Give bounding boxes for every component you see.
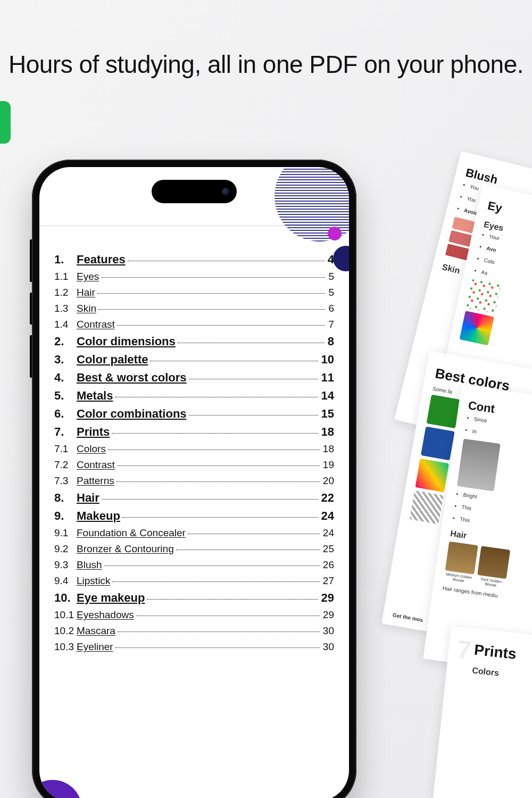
toc-title: Hair bbox=[77, 491, 99, 505]
toc-leader bbox=[97, 293, 326, 294]
phone-screen: 1.Features41.1Eyes51.2Hair51.3Skin61.4Co… bbox=[39, 167, 349, 798]
toc-row[interactable]: 10.3Eyeliner30 bbox=[54, 641, 334, 653]
toc-leader bbox=[178, 343, 325, 343]
toc-page: 4 bbox=[327, 253, 334, 267]
toc-row[interactable]: 6.Color combinations15 bbox=[54, 407, 334, 421]
toc-number: 4. bbox=[54, 371, 77, 385]
toc-leader bbox=[115, 647, 320, 648]
toc-title: Eyeshadows bbox=[77, 609, 134, 621]
toc-number: 9.1 bbox=[54, 527, 77, 539]
toc-page: 22 bbox=[320, 491, 334, 505]
toc-number: 6. bbox=[54, 407, 77, 421]
toc-row[interactable]: 1.2Hair5 bbox=[54, 287, 334, 298]
toc-title: Patterns bbox=[77, 475, 114, 487]
decorative-green-tab bbox=[0, 101, 11, 144]
toc-row[interactable]: 7.Prints18 bbox=[54, 425, 334, 439]
toc-number: 1. bbox=[54, 253, 77, 267]
toc-row[interactable]: 10.2Mascara30 bbox=[54, 625, 334, 637]
toc-title: Features bbox=[77, 253, 126, 267]
toc-row[interactable]: 7.3Patterns20 bbox=[54, 475, 334, 487]
toc-number: 1.1 bbox=[54, 271, 77, 282]
toc-page: 14 bbox=[320, 389, 334, 403]
toc-title: Mascara bbox=[77, 625, 115, 637]
toc-row[interactable]: 5.Metals14 bbox=[54, 389, 334, 403]
toc-row[interactable]: 3.Color palette10 bbox=[54, 353, 334, 367]
toc-title: Color combinations bbox=[77, 407, 187, 421]
toc-row[interactable]: 2.Color dimensions8 bbox=[54, 335, 334, 348]
toc-title: Lipstick bbox=[77, 575, 110, 587]
toc-row[interactable]: 7.1Colors18 bbox=[54, 443, 334, 455]
phone-mockup: 1.Features41.1Eyes51.2Hair51.3Skin61.4Co… bbox=[32, 160, 356, 798]
toc-row[interactable]: 9.4Lipstick27 bbox=[54, 575, 334, 587]
toc-leader bbox=[98, 309, 325, 310]
toc-row[interactable]: 4.Best & worst colors11 bbox=[54, 371, 334, 385]
pattern-swatch bbox=[415, 459, 449, 493]
toc-title: Foundation & Concealer bbox=[77, 527, 186, 539]
dynamic-island bbox=[152, 180, 237, 203]
toc-number: 1.3 bbox=[54, 303, 77, 314]
toc-leader bbox=[117, 466, 320, 466]
toc-leader bbox=[118, 631, 320, 632]
toc-page: 19 bbox=[322, 459, 334, 471]
phone-side-buttons bbox=[30, 293, 32, 325]
toc-number: 9.3 bbox=[54, 559, 77, 571]
toc-row[interactable]: 10.1Eyeshadows29 bbox=[54, 609, 334, 621]
toc-page: 6 bbox=[327, 303, 334, 314]
toc-leader bbox=[117, 481, 320, 482]
toc-row[interactable]: 8.Hair22 bbox=[54, 491, 334, 505]
toc-leader bbox=[189, 415, 318, 415]
hair-swatch: Dark Golden Blonde bbox=[476, 546, 511, 588]
toc-number: 10.1 bbox=[54, 609, 77, 621]
card-title: Ey bbox=[486, 199, 532, 239]
pattern-swatch bbox=[410, 491, 444, 525]
page-stack: Blush You You Avoid Skin 10 Ey Eyes Your… bbox=[372, 165, 532, 798]
toc-leader bbox=[188, 534, 320, 534]
toc-row[interactable]: 1.4Contrast7 bbox=[54, 319, 334, 330]
toc-number: 9.4 bbox=[54, 575, 77, 587]
toc-leader bbox=[112, 433, 318, 434]
page-number-deco: 7 bbox=[456, 634, 473, 664]
toc-row[interactable]: 9.1Foundation & Concealer24 bbox=[54, 527, 334, 539]
toc-title: Metals bbox=[77, 389, 113, 403]
card-title: Cont bbox=[467, 398, 532, 430]
toc-title: Makeup bbox=[77, 509, 120, 523]
page-eyes: 10 Ey Eyes Your Avo Colo As bbox=[425, 185, 532, 486]
toc-row[interactable]: 1.Features4 bbox=[54, 253, 334, 267]
toc-row[interactable]: 1.3Skin6 bbox=[54, 303, 334, 314]
card-subheading: Eyes bbox=[483, 220, 532, 256]
toc-leader bbox=[136, 616, 320, 616]
page-best-colors: 4 Best colors Some fa Get the mos bbox=[381, 351, 532, 650]
toc-row[interactable]: 9.Makeup24 bbox=[54, 509, 334, 523]
card-text: Some fa bbox=[432, 386, 532, 414]
toc-leader bbox=[112, 581, 320, 582]
toc-number: 5. bbox=[54, 389, 77, 403]
toc-row[interactable]: 10.Eye makeup29 bbox=[54, 591, 334, 605]
toc-row[interactable]: 9.2Bronzer & Contouring25 bbox=[54, 543, 334, 555]
toc-page: 20 bbox=[322, 475, 334, 487]
toc-leader bbox=[115, 397, 318, 397]
toc-leader bbox=[150, 361, 318, 361]
card-title: Best colors bbox=[434, 365, 532, 404]
toc-leader bbox=[189, 379, 318, 379]
toc-title: Skin bbox=[77, 303, 96, 314]
toc-number: 3. bbox=[54, 353, 77, 367]
toc-number: 10.3 bbox=[54, 641, 77, 653]
toc-row[interactable]: 9.3Blush26 bbox=[54, 559, 334, 571]
card-title: Prints bbox=[473, 642, 532, 670]
toc-title: Contrast bbox=[77, 459, 115, 471]
page-prints: 7 Prints Colors bbox=[422, 626, 532, 798]
toc-title: Contrast bbox=[77, 319, 115, 330]
toc-page: 26 bbox=[322, 559, 334, 571]
toc-title: Color palette bbox=[77, 353, 148, 367]
toc-page: 29 bbox=[322, 609, 334, 621]
toc-row[interactable]: 7.2Contrast19 bbox=[54, 459, 334, 471]
toc-title: Eye makeup bbox=[77, 591, 145, 605]
toc-number: 7.3 bbox=[54, 475, 77, 487]
toc-number: 7.1 bbox=[54, 443, 77, 455]
toc-leader bbox=[122, 517, 318, 518]
toc-number: 10. bbox=[54, 591, 77, 605]
headline: Hours of studying, all in one PDF on you… bbox=[0, 0, 532, 81]
toc-row[interactable]: 1.1Eyes5 bbox=[54, 271, 334, 282]
toc-number: 9. bbox=[54, 509, 77, 523]
page-blush: Blush You You Avoid Skin bbox=[394, 151, 532, 455]
